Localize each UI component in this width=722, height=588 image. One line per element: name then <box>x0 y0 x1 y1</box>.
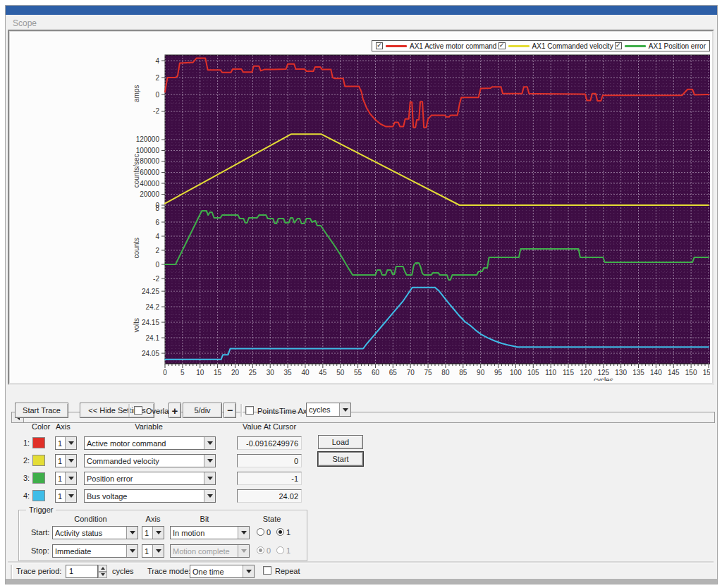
legend-item-motor-command: AX1 Active motor command <box>376 42 496 50</box>
points-checkbox[interactable] <box>245 406 254 415</box>
zoom-out-button[interactable]: − <box>224 403 236 418</box>
svg-text:6: 6 <box>155 219 159 226</box>
trace-row-index: 2: <box>23 456 30 465</box>
time-axis-value: cycles <box>307 405 339 414</box>
chevron-down-icon[interactable] <box>339 403 350 416</box>
svg-text:80000: 80000 <box>140 157 159 165</box>
svg-text:2: 2 <box>155 247 159 255</box>
svg-text:130: 130 <box>615 369 627 376</box>
svg-text:145: 145 <box>668 369 680 376</box>
chevron-down-icon[interactable] <box>152 545 164 557</box>
trace-color-swatch <box>32 437 45 448</box>
chevron-down-icon[interactable] <box>65 455 76 467</box>
trigger-start-condition-select[interactable]: Activity status <box>52 526 138 539</box>
window-bottom-edge <box>6 579 717 584</box>
chevron-down-icon[interactable] <box>65 490 76 502</box>
trigger-stop-state0-label: 0 <box>267 546 271 555</box>
svg-text:60: 60 <box>372 369 380 376</box>
svg-text:30: 30 <box>267 369 275 376</box>
chevron-down-icon[interactable] <box>152 527 164 539</box>
chevron-down-icon[interactable] <box>243 565 254 577</box>
svg-text:75: 75 <box>424 369 433 376</box>
load-button[interactable]: Load <box>318 435 363 449</box>
svg-text:120000: 120000 <box>136 135 160 143</box>
overlay-checkbox[interactable] <box>134 406 142 415</box>
svg-text:0: 0 <box>163 369 167 376</box>
chevron-down-icon[interactable] <box>126 527 137 539</box>
legend-checkbox-motor-command[interactable] <box>376 42 383 49</box>
svg-text:10: 10 <box>196 369 204 376</box>
spinner-up-icon[interactable] <box>98 565 107 572</box>
trace-row-index: 1: <box>23 439 30 447</box>
points-label: Points <box>257 407 279 415</box>
repeat-checkbox[interactable] <box>263 566 271 575</box>
legend-item-commanded-velocity: AX1 Commanded velocity <box>498 42 613 50</box>
trace3-variable-select[interactable]: Position error <box>84 472 216 485</box>
trace1-variable-select[interactable]: Active motor command <box>84 436 216 450</box>
trace1-axis-select[interactable]: 1 <box>55 436 77 450</box>
chevron-down-icon[interactable] <box>204 490 215 502</box>
trigger-stop-state1-label: 1 <box>286 546 290 555</box>
svg-text:counts/sec: counts/sec <box>133 154 140 188</box>
trace-period-label: Trace period: <box>16 567 61 575</box>
per-div-button[interactable]: 5/div <box>183 403 222 418</box>
page-title: Scope <box>13 18 37 28</box>
hide-settings-button[interactable]: << Hide Settings <box>80 403 154 418</box>
trigger-stop-state1-radio <box>276 546 284 554</box>
trace2-variable-select[interactable]: Commanded velocity <box>84 454 216 467</box>
svg-text:125: 125 <box>597 369 609 376</box>
trigger-stop-label: Stop: <box>31 546 49 555</box>
time-axis-select[interactable]: cycles <box>306 403 351 417</box>
chevron-down-icon[interactable] <box>204 455 215 467</box>
trace-mode-select[interactable]: One time <box>190 565 255 578</box>
trigger-start-state1-radio[interactable] <box>276 528 284 536</box>
svg-text:120: 120 <box>580 369 592 376</box>
svg-text:counts: counts <box>133 238 140 258</box>
spinner-down-icon[interactable] <box>98 572 107 579</box>
svg-text:65: 65 <box>389 369 398 376</box>
scope-chart[interactable]: 420-2amps1200001000008000060000400002000… <box>9 31 710 381</box>
chevron-down-icon[interactable] <box>238 527 249 539</box>
col-header-variable: Variable <box>85 422 212 431</box>
svg-text:cycles: cycles <box>594 376 613 381</box>
title-bar[interactable] <box>6 6 717 15</box>
svg-text:45: 45 <box>319 369 327 376</box>
legend-checkbox-position-error[interactable] <box>615 42 622 49</box>
chevron-down-icon[interactable] <box>126 545 137 557</box>
legend-line-green <box>625 45 646 47</box>
trigger-stop-condition-select[interactable]: Immediate <box>52 544 138 558</box>
svg-text:35: 35 <box>284 369 293 376</box>
trace-color-swatch <box>32 490 45 501</box>
zoom-in-button[interactable]: + <box>169 403 181 418</box>
trigger-start-bit-select[interactable]: In motion <box>170 526 250 539</box>
start-trace-button[interactable]: Start Trace <box>15 403 68 418</box>
toolbar-separator <box>128 404 130 417</box>
trace3-axis-select[interactable]: 1 <box>55 472 77 485</box>
svg-text:50: 50 <box>336 369 345 376</box>
trigger-stop-axis-select[interactable]: 1 <box>142 544 164 558</box>
legend-label: AX1 Active motor command <box>410 42 496 50</box>
start-button[interactable]: Start <box>318 452 363 466</box>
trace4-variable-select[interactable]: Bus voltage <box>84 489 216 503</box>
trace2-axis-select[interactable]: 1 <box>55 454 77 467</box>
trace4-axis-select[interactable]: 1 <box>55 489 77 503</box>
chevron-down-icon[interactable] <box>204 472 215 484</box>
trace-period-spinner[interactable]: 1 <box>66 565 107 578</box>
trigger-start-state0-radio[interactable] <box>257 528 264 536</box>
trace-period-input[interactable]: 1 <box>66 565 98 578</box>
legend-item-position-error: AX1 Position error <box>615 42 706 50</box>
svg-text:80: 80 <box>441 369 450 376</box>
chevron-down-icon[interactable] <box>65 472 76 484</box>
chevron-down-icon[interactable] <box>204 437 215 449</box>
chevron-down-icon[interactable] <box>65 437 76 449</box>
trigger-start-axis-select[interactable]: 1 <box>142 526 164 539</box>
svg-text:150: 150 <box>685 369 697 376</box>
toolbar-separator <box>240 404 243 417</box>
trigger-header-axis: Axis <box>142 515 164 523</box>
svg-text:105: 105 <box>527 369 539 376</box>
legend-checkbox-commanded-velocity[interactable] <box>498 42 506 49</box>
svg-text:2: 2 <box>155 74 159 82</box>
svg-text:55: 55 <box>354 369 362 376</box>
trace4-value-at-cursor: 24.02 <box>237 489 302 503</box>
svg-text:60000: 60000 <box>140 169 159 176</box>
